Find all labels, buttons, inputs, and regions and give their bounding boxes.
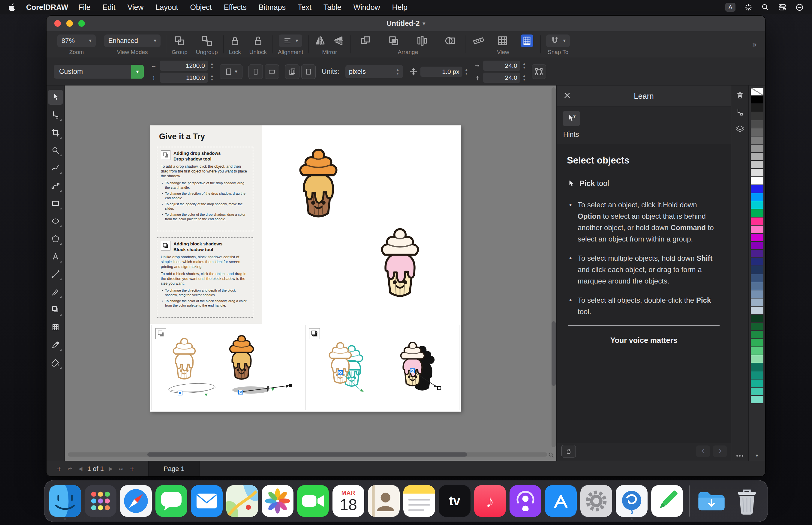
crop-tool[interactable] — [48, 125, 63, 140]
delete-icon[interactable] — [736, 91, 745, 100]
color-swatch[interactable] — [751, 331, 763, 339]
first-page-button[interactable]: ⏮ — [65, 466, 75, 472]
duplicate-x-field[interactable]: 24.0 — [483, 61, 520, 71]
node-edit-icon[interactable] — [736, 108, 745, 117]
color-swatch[interactable] — [751, 209, 763, 217]
transparency-tool[interactable] — [48, 320, 63, 335]
color-swatch[interactable] — [751, 363, 763, 371]
dock-icon-facetime[interactable] — [297, 481, 329, 521]
title-chevron-icon[interactable]: ▾ — [423, 20, 425, 27]
horizontal-scroll-thumb[interactable] — [147, 452, 467, 456]
color-swatch[interactable] — [751, 306, 763, 314]
shape-tool[interactable] — [48, 107, 63, 122]
add-page-button-2[interactable]: + — [126, 464, 138, 474]
dock-icon-podcasts[interactable] — [510, 481, 541, 521]
close-docker-icon[interactable] — [563, 91, 571, 99]
color-swatch[interactable] — [751, 201, 763, 209]
menu-item[interactable]: Layout — [155, 3, 178, 12]
color-swatch[interactable] — [751, 388, 763, 395]
mirror-vertical-icon[interactable] — [333, 35, 345, 47]
stage-manager-icon[interactable] — [745, 3, 752, 11]
mirror-horizontal-icon[interactable] — [314, 35, 326, 47]
freehand-tool[interactable] — [48, 161, 63, 176]
page-width-field[interactable]: 1200.0 — [160, 61, 208, 71]
connector-tool[interactable] — [48, 178, 63, 193]
dock-icon-marker[interactable] — [651, 481, 683, 521]
zoom-corner-button[interactable] — [547, 451, 555, 459]
dock-icon-appstore[interactable] — [545, 481, 577, 521]
dock-icon-launchpad[interactable] — [85, 481, 117, 521]
dock-icon-calendar[interactable]: MAR 18 — [332, 481, 364, 521]
apple-menu[interactable] — [9, 3, 16, 12]
color-swatch[interactable] — [751, 371, 763, 379]
shaping-icon[interactable] — [444, 35, 456, 47]
page-size-list-button[interactable]: ▾ — [220, 64, 242, 79]
zoom-level-dropdown[interactable]: 87%▾ — [57, 34, 96, 47]
vertical-scroll-thumb[interactable] — [552, 321, 556, 386]
layers-icon[interactable] — [736, 124, 745, 134]
treat-as-filled-button[interactable] — [532, 64, 546, 79]
pick-tool[interactable] — [48, 90, 63, 105]
color-swatch[interactable] — [751, 161, 763, 168]
color-swatch[interactable] — [751, 226, 763, 233]
color-swatch[interactable] — [751, 153, 763, 160]
menu-item[interactable]: Bitmaps — [259, 3, 286, 12]
portrait-orientation-button[interactable] — [249, 64, 263, 79]
page-grid-active-icon[interactable] — [521, 34, 533, 47]
width-stepper[interactable]: ▲▼ — [210, 62, 214, 69]
color-swatch[interactable] — [751, 274, 763, 282]
grid-icon[interactable] — [497, 35, 509, 47]
eyedropper-tool[interactable] — [48, 338, 63, 352]
siri-icon[interactable] — [796, 3, 803, 11]
units-dropdown[interactable]: pixels ▲▼ — [345, 65, 403, 78]
combine-icon[interactable] — [388, 35, 400, 47]
color-swatch[interactable] — [751, 112, 763, 120]
duplicate-x-stepper[interactable]: ▲▼ — [523, 62, 526, 69]
active-app-name[interactable]: CorelDRAW — [26, 3, 68, 12]
dock-icon-messages[interactable] — [155, 481, 187, 521]
color-swatch[interactable] — [751, 217, 763, 225]
dock-icon-music[interactable]: ♪ — [474, 481, 506, 521]
input-source-badge[interactable]: A — [725, 3, 736, 12]
ungroup-icon[interactable] — [201, 35, 213, 47]
zoom-tool[interactable] — [48, 143, 63, 158]
color-swatch[interactable] — [751, 193, 763, 201]
drawing-canvas[interactable]: Give it a Try Adding drop shadowsDrop sh… — [65, 86, 556, 461]
color-swatch[interactable] — [751, 234, 763, 241]
snap-to-dropdown[interactable]: ▾ — [546, 34, 570, 47]
dock-icon-downloads[interactable] — [695, 481, 727, 521]
menu-item[interactable]: Edit — [103, 3, 116, 12]
document-page[interactable]: Give it a Try Adding drop shadowsDrop sh… — [150, 125, 461, 411]
nudge-distance-field[interactable]: 1.0 px — [420, 66, 462, 77]
dock-icon-settings[interactable] — [580, 481, 612, 521]
outline-pen-tool[interactable] — [48, 284, 63, 299]
last-page-button[interactable]: ⏭ — [116, 466, 126, 472]
group-icon[interactable] — [174, 35, 185, 47]
hints-forward-button[interactable] — [713, 446, 727, 457]
color-swatch[interactable] — [751, 169, 763, 176]
dock-icon-finder[interactable] — [49, 481, 81, 521]
view-mode-dropdown[interactable]: Enhanced▾ — [104, 34, 161, 47]
next-page-button[interactable]: ▶ — [106, 466, 116, 472]
dock-icon-notes[interactable] — [403, 481, 435, 521]
polygon-tool[interactable] — [48, 231, 63, 246]
rulers-icon[interactable] — [472, 35, 485, 47]
window-titlebar[interactable]: Untitled-2▾ — [46, 16, 765, 31]
unlock-icon[interactable] — [252, 35, 264, 47]
dock-icon-coreldraw[interactable] — [616, 481, 648, 521]
menu-item[interactable]: Text — [298, 3, 312, 12]
add-page-button[interactable]: + — [53, 464, 65, 474]
palette-scroll-down-icon[interactable]: ▾ — [756, 453, 758, 459]
vertical-scrollbar[interactable] — [552, 87, 556, 447]
dock-icon-maps[interactable] — [226, 481, 258, 521]
current-page-button[interactable] — [301, 64, 316, 79]
preset-dropdown-button[interactable]: ▾ — [131, 65, 144, 79]
color-swatch[interactable] — [751, 379, 763, 387]
color-swatch[interactable] — [751, 282, 763, 290]
spotlight-search-icon[interactable] — [761, 3, 769, 11]
color-swatch[interactable] — [751, 299, 763, 306]
nudge-stepper[interactable]: ▲▼ — [465, 68, 468, 75]
color-swatch[interactable] — [751, 129, 763, 136]
color-swatch[interactable] — [751, 185, 763, 193]
color-swatch[interactable] — [751, 315, 763, 322]
